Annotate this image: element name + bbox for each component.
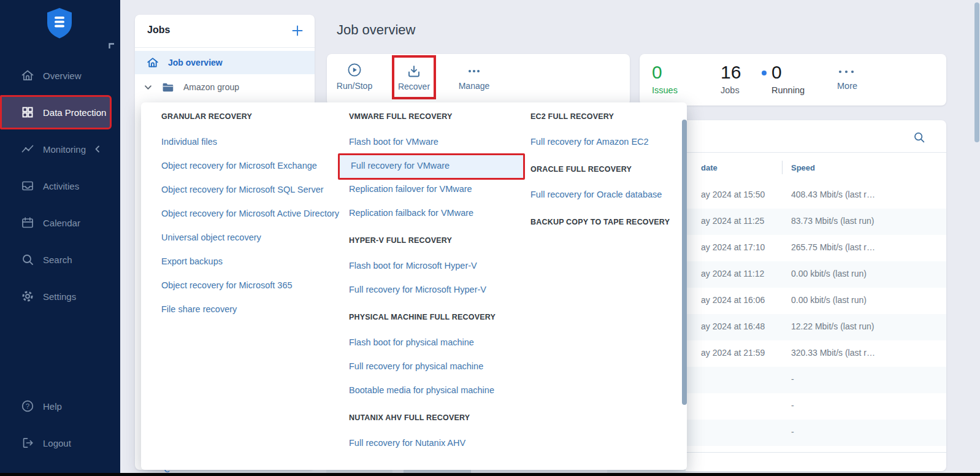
date-column-header[interactable]: date (701, 163, 718, 172)
menu-item-object-recovery-exchange[interactable]: Object recovery for Microsoft Exchange (161, 161, 340, 173)
stat-issues[interactable]: 0 Issues (652, 63, 678, 95)
menu-item-replication-failback-vmware[interactable]: Replication failback for VMware (349, 208, 528, 220)
jobs-tree-item-job-overview[interactable]: Job overview (135, 51, 315, 74)
recover-menu-column-cloud: EC2 FULL RECOVERY Full recovery for Amaz… (530, 102, 681, 242)
menu-item-flash-boot-hyperv[interactable]: Flash boot for Microsoft Hyper-V (349, 261, 528, 273)
menu-section-hyperv: HYPER-V FULL RECOVERY Flash boot for Mic… (349, 236, 528, 297)
divider (649, 452, 946, 453)
run-date-cell: ay 2024 at 11:12 (701, 269, 764, 278)
menu-item-full-recovery-nutanix[interactable]: Full recovery for Nutanix AHV (349, 438, 528, 450)
grid-icon (20, 105, 35, 120)
sidebar-item-activities[interactable]: Activities (0, 167, 120, 204)
recover-button[interactable]: Recover (392, 55, 436, 99)
stat-running[interactable]: 0 Running (771, 63, 805, 95)
run-date-cell: ay 2024 at 16:48 (701, 321, 765, 331)
monitoring-chart-icon (20, 142, 35, 156)
run-stop-label: Run/Stop (337, 81, 372, 91)
menu-item-flash-boot-vmware[interactable]: Flash boot for VMware (349, 137, 528, 149)
sidebar-item-monitoring[interactable]: Monitoring (0, 131, 120, 167)
table-row[interactable]: ay 2024 at 16:48 12.22 Mbit/s (last run) (649, 314, 946, 340)
chevron-down-icon[interactable] (144, 83, 153, 92)
stats-more-button[interactable]: More (837, 67, 857, 91)
column-separator[interactable] (782, 161, 783, 174)
running-label: Running (771, 85, 805, 95)
manage-label: Manage (459, 81, 490, 91)
speed-cell: - (791, 401, 794, 410)
menu-item-object-recovery-m365[interactable]: Object recovery for Microsoft 365 (161, 280, 340, 293)
menu-item-flash-boot-physical[interactable]: Flash boot for physical machine (349, 337, 528, 350)
menu-item-full-recovery-ec2[interactable]: Full recovery for Amazon EC2 (530, 137, 681, 149)
menu-section-granular-recovery: GRANULAR RECOVERY Individual files Objec… (161, 112, 340, 317)
download-icon (406, 64, 422, 80)
table-row[interactable]: ay 2024 at 17:10 265.75 Mbit/s (last r… (649, 235, 946, 261)
table-row[interactable]: - (649, 367, 946, 393)
jobs-tree-item-amazon-group[interactable]: Amazon group (135, 76, 315, 98)
menu-item-individual-files[interactable]: Individual files (161, 137, 340, 149)
search-icon[interactable] (913, 131, 926, 144)
ellipsis-icon (837, 67, 856, 76)
table-header-row: date Speed (649, 158, 946, 177)
plus-icon[interactable] (290, 23, 305, 38)
menu-item-full-recovery-oracle[interactable]: Full recovery for Oracle database (530, 190, 681, 202)
speed-column-header[interactable]: Speed (791, 163, 815, 172)
jobs-label: Jobs (721, 85, 741, 95)
menu-item-bootable-media-physical[interactable]: Bootable media for physical machine (349, 385, 528, 397)
sidebar-item-search[interactable]: Search (0, 241, 120, 278)
sidebar-item-overview[interactable]: Overview (0, 57, 120, 94)
divider (135, 47, 315, 48)
speed-cell: 0.00 kbit/s (last run) (791, 269, 867, 278)
divider (649, 152, 946, 153)
run-date-cell: ay 2024 at 11:25 (701, 216, 764, 226)
inbox-icon (20, 178, 35, 193)
menu-item-file-share-recovery[interactable]: File share recovery (161, 304, 340, 317)
chevron-left-icon[interactable] (93, 145, 102, 153)
jobs-table-card: date Speed ay 2024 at 15:50 408.43 Mbit/… (649, 120, 946, 471)
menu-section-header: EC2 FULL RECOVERY (530, 112, 681, 123)
table-body: ay 2024 at 15:50 408.43 Mbit/s (last r… … (649, 182, 946, 446)
run-stop-button[interactable]: Run/Stop (329, 61, 380, 91)
menu-item-full-recovery-hyperv[interactable]: Full recovery for Microsoft Hyper-V (349, 285, 528, 297)
run-date-cell: ay 2024 at 21:59 (701, 348, 765, 358)
table-row[interactable]: ay 2024 at 21:59 320.33 Mbit/s (last r… (649, 340, 946, 367)
sidebar-item-settings[interactable]: Settings (0, 278, 120, 315)
more-label: More (837, 81, 857, 91)
table-row[interactable]: ay 2024 at 16:06 0.00 kbit/s (last run) (649, 288, 946, 314)
menu-item-replication-failover-vmware[interactable]: Replication failover for VMware (349, 184, 528, 196)
menu-section-ec2: EC2 FULL RECOVERY Full recovery for Amaz… (530, 112, 681, 149)
table-row[interactable]: ay 2024 at 11:25 83.73 Mbit/s (last run) (649, 209, 946, 235)
menu-section-nutanix: NUTANIX AHV FULL RECOVERY Full recovery … (349, 413, 528, 450)
menu-section-physical: PHYSICAL MACHINE FULL RECOVERY Flash boo… (349, 313, 528, 397)
recover-menu-column-full-recovery: VMWARE FULL RECOVERY Flash boot for VMwa… (349, 102, 528, 462)
sidebar-item-help[interactable]: ? Help (0, 388, 120, 424)
table-row[interactable]: - (649, 393, 946, 420)
speed-cell: 0.00 kbit/s (last run) (791, 295, 867, 305)
speed-cell: 408.43 Mbit/s (last r… (791, 190, 875, 199)
menu-item-export-backups[interactable]: Export backups (161, 256, 340, 269)
sidebar-item-data-protection[interactable]: Data Protection (0, 95, 112, 129)
sidebar-item-calendar[interactable]: Calendar (0, 204, 120, 241)
manage-button[interactable]: Manage (448, 61, 500, 91)
corner-bracket-icon[interactable] (109, 43, 115, 49)
dropdown-scrollbar[interactable] (682, 120, 687, 405)
speed-cell: 12.22 Mbit/s (last run) (791, 321, 874, 331)
svg-text:?: ? (26, 402, 29, 410)
menu-item-object-recovery-ad[interactable]: Object recovery for Microsoft Active Dir… (161, 209, 340, 221)
calendar-icon (20, 215, 35, 230)
sidebar-item-logout[interactable]: Logout (0, 424, 120, 461)
run-date-cell: ay 2024 at 17:10 (701, 242, 765, 252)
menu-item-full-recovery-physical[interactable]: Full recovery for physical machine (349, 361, 528, 374)
sidebar-item-label: Data Protection (43, 107, 106, 118)
menu-item-universal-object-recovery[interactable]: Universal object recovery (161, 232, 340, 245)
table-row[interactable]: - (649, 420, 946, 446)
stat-jobs[interactable]: 16 Jobs (721, 63, 741, 95)
page-scrollbar[interactable] (974, 2, 979, 142)
table-row[interactable]: ay 2024 at 15:50 408.43 Mbit/s (last r… (649, 182, 946, 209)
sidebar-item-label: Help (43, 401, 62, 412)
menu-item-object-recovery-sql[interactable]: Object recovery for Microsoft SQL Server (161, 185, 340, 197)
table-row[interactable]: ay 2024 at 11:12 0.00 kbit/s (last run) (649, 261, 946, 288)
menu-item-full-recovery-vmware[interactable]: Full recovery for VMware (338, 153, 525, 180)
job-actions-toolbar: Run/Stop Recover Manage (327, 54, 630, 106)
search-icon (20, 252, 35, 267)
screen-edge-strip (0, 473, 980, 476)
home-icon (20, 68, 35, 83)
